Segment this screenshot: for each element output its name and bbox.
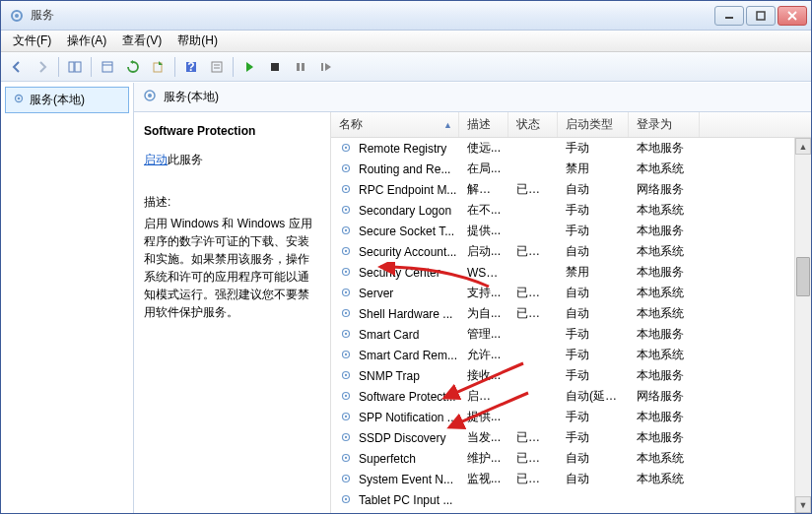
cell-name: Shell Hardware ... [331, 306, 459, 322]
col-logon[interactable]: 登录为 [629, 112, 700, 137]
show-hide-tree-button[interactable] [63, 55, 87, 79]
menu-file[interactable]: 文件(F) [5, 31, 59, 51]
svg-rect-17 [297, 63, 300, 71]
gear-icon [339, 368, 355, 384]
help-button[interactable]: ? [179, 55, 203, 79]
svg-point-25 [345, 146, 347, 148]
cell-desc: 提供... [459, 223, 508, 239]
col-name[interactable]: 名称 ▲ [331, 112, 459, 137]
menu-help[interactable]: 帮助(H) [169, 31, 226, 51]
service-row[interactable]: Shell Hardware ...为自...已启动自动本地系统 [331, 303, 811, 324]
service-row[interactable]: Remote Registry使远...手动本地服务 [331, 138, 811, 159]
gear-icon [339, 182, 355, 198]
service-row[interactable]: Superfetch维护...已启动自动本地系统 [331, 448, 811, 469]
col-desc[interactable]: 描述 [459, 112, 508, 137]
cell-name: RPC Endpoint M... [331, 182, 459, 198]
vertical-scrollbar[interactable]: ▲ ▼ [794, 138, 811, 513]
cell-status: 已启动 [508, 243, 558, 260]
svg-rect-18 [302, 63, 304, 71]
cell-startup: 手动 [558, 429, 629, 446]
forward-button[interactable] [31, 55, 54, 79]
cell-logon: 本地系统 [629, 161, 700, 177]
cell-status: 已启动 [508, 429, 558, 446]
service-row[interactable]: Security Account...启动...已启动自动本地系统 [331, 241, 811, 262]
svg-point-57 [345, 477, 347, 479]
cell-name: Tablet PC Input ... [331, 492, 459, 508]
cell-desc: 启动... [459, 243, 508, 260]
svg-point-21 [18, 97, 21, 100]
cell-name: SPP Notification ... [331, 410, 459, 425]
svg-point-55 [345, 456, 347, 458]
gear-icon [339, 224, 355, 239]
svg-point-23 [148, 94, 152, 97]
cell-status: 已启动 [508, 305, 558, 322]
menu-view[interactable]: 查看(V) [114, 31, 169, 51]
start-service-link[interactable]: 启动 [144, 153, 168, 166]
gear-icon [339, 244, 355, 260]
col-status[interactable]: 状态 [508, 112, 558, 137]
refresh-button[interactable] [121, 55, 145, 79]
service-row[interactable]: Routing and Re...在局...禁用本地系统 [331, 159, 811, 179]
cell-name: SNMP Trap [331, 368, 459, 384]
service-row[interactable]: Server支持...已启动自动本地系统 [331, 283, 811, 303]
cell-logon: 本地服务 [629, 409, 700, 425]
close-button[interactable] [778, 6, 807, 26]
svg-rect-6 [69, 62, 74, 72]
cell-logon: 本地系统 [629, 243, 700, 260]
service-row[interactable]: Security CenterWSC...禁用本地服务 [331, 262, 811, 283]
service-row[interactable]: SNMP Trap接收...手动本地服务 [331, 365, 811, 386]
svg-point-33 [345, 228, 347, 230]
maximize-button[interactable] [746, 6, 776, 26]
gear-icon [339, 141, 355, 157]
pause-service-button[interactable] [289, 55, 312, 79]
right-pane: 服务(本地) Software Protection 启动此服务 描述: 启用 … [134, 83, 811, 513]
toolbar-separator [233, 57, 234, 77]
scroll-track[interactable] [795, 155, 811, 496]
col-startup[interactable]: 启动类型 [558, 112, 629, 137]
tree-root-services-local[interactable]: 服务(本地) [5, 87, 129, 113]
cell-desc: 在局... [459, 161, 508, 177]
properties-button-2[interactable] [205, 55, 229, 79]
body: 服务(本地) 服务(本地) Software Protection 启动此服务 … [1, 82, 811, 513]
service-row[interactable]: Secondary Logon在不...手动本地系统 [331, 200, 811, 221]
cell-startup: 禁用 [558, 264, 629, 281]
cell-name: Remote Registry [331, 141, 459, 157]
cell-name: Smart Card [331, 327, 459, 343]
service-row[interactable]: Secure Socket T...提供...手动本地服务 [331, 221, 811, 241]
cell-desc: 为自... [459, 305, 508, 322]
scroll-up-button[interactable]: ▲ [795, 138, 811, 155]
scroll-thumb[interactable] [796, 257, 810, 296]
titlebar[interactable]: 服务 [1, 1, 811, 31]
cell-status: 已启动 [508, 471, 558, 487]
start-service-button[interactable] [237, 55, 261, 79]
minimize-button[interactable] [714, 6, 744, 26]
cell-desc: 允许... [459, 347, 508, 363]
cell-logon: 本地服务 [629, 429, 700, 446]
restart-service-button[interactable] [314, 55, 338, 79]
cell-name: Security Center [331, 265, 459, 281]
cell-logon: 本地服务 [629, 367, 700, 384]
scroll-down-button[interactable]: ▼ [795, 496, 811, 513]
stop-service-button[interactable] [263, 55, 287, 79]
list-header: 名称 ▲ 描述 状态 启动类型 登录为 [331, 112, 811, 138]
service-row[interactable]: RPC Endpoint M...解析 ...已启动自动网络服务 [331, 179, 811, 200]
service-row[interactable]: Tablet PC Input ... [331, 489, 811, 510]
service-row[interactable]: Smart Card Rem...允许...手动本地系统 [331, 345, 811, 365]
back-button[interactable] [5, 55, 29, 79]
cell-logon: 本地系统 [629, 471, 700, 487]
cell-startup: 自动 [558, 285, 629, 301]
service-row[interactable]: Smart Card管理...手动本地服务 [331, 324, 811, 345]
cell-desc: 接收... [459, 367, 508, 384]
export-button[interactable] [147, 55, 170, 79]
service-row[interactable]: SSDP Discovery当发...已启动手动本地服务 [331, 427, 811, 448]
svg-rect-16 [271, 63, 279, 71]
cell-logon: 本地服务 [629, 140, 700, 157]
menu-action[interactable]: 操作(A) [59, 31, 114, 51]
service-row[interactable]: System Event N...监视...已启动自动本地系统 [331, 469, 811, 489]
cell-desc: 当发... [459, 429, 508, 446]
service-row[interactable]: SPP Notification ...提供...手动本地服务 [331, 407, 811, 427]
properties-button[interactable] [96, 55, 119, 79]
service-row[interactable]: Software Protect...启用 ...自动(延迟...网络服务 [331, 386, 811, 407]
cell-startup: 手动 [558, 140, 629, 157]
cell-startup: 自动 [558, 305, 629, 322]
